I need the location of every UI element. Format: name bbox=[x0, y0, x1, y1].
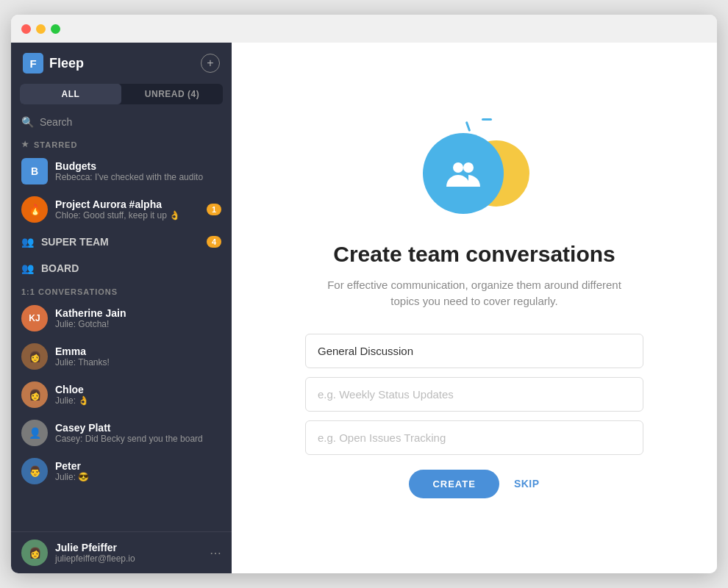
footer-info: Julie Pfeiffer juliepfeiffer@fleep.io bbox=[55, 542, 202, 564]
list-item[interactable]: 👩 Chloe Julie: 👌 bbox=[11, 376, 232, 414]
list-item[interactable]: 👩 Emma Julie: Thanks! bbox=[11, 337, 232, 376]
conversation-name-input-3[interactable] bbox=[305, 420, 643, 455]
conv-content: Katherine Jain Julie: Gotcha! bbox=[55, 307, 221, 329]
conv-preview: Julie: 👌 bbox=[55, 395, 221, 406]
conv-name: Chloe bbox=[55, 384, 221, 395]
unread-badge: 1 bbox=[207, 204, 221, 215]
form-area: CREATE SKIP bbox=[305, 334, 643, 498]
svg-point-0 bbox=[453, 162, 463, 173]
create-button[interactable]: CREATE bbox=[409, 470, 499, 498]
conv-preview: Julie: Gotcha! bbox=[55, 319, 221, 329]
conv-name: Emma bbox=[55, 345, 221, 357]
app-body: F Fleep + ALL UNREAD (4) 🔍 Search ★ STAR… bbox=[11, 43, 717, 573]
list-item[interactable]: 🔥 Project Aurora #alpha Chloe: Good stuf… bbox=[11, 190, 232, 229]
group-name: BOARD bbox=[41, 262, 221, 274]
sidebar-footer[interactable]: 👩 Julie Pfeiffer juliepfeiffer@fleep.io … bbox=[11, 531, 232, 573]
conv-name: Project Aurora #alpha bbox=[55, 198, 199, 210]
tab-row: ALL UNREAD (4) bbox=[20, 84, 223, 104]
avatar: 👩 bbox=[21, 381, 48, 408]
list-item[interactable]: B Budgets Rebecca: I've checked with the… bbox=[11, 152, 232, 190]
conv-content: Project Aurora #alpha Chloe: Good stuff,… bbox=[55, 198, 199, 220]
tab-all[interactable]: ALL bbox=[20, 84, 121, 104]
conv-name: Katherine Jain bbox=[55, 307, 221, 319]
current-user-avatar: 👩 bbox=[21, 539, 48, 566]
group-icon: 👥 bbox=[21, 236, 34, 248]
conv-content: Peter Julie: 😎 bbox=[55, 460, 221, 482]
app-title: Fleep bbox=[49, 56, 84, 71]
spark-line bbox=[465, 121, 471, 131]
page-title: Create team conversations bbox=[333, 242, 615, 267]
group-icon: 👥 bbox=[21, 262, 34, 274]
list-item[interactable]: KJ Katherine Jain Julie: Gotcha! bbox=[11, 299, 232, 337]
app-window: F Fleep + ALL UNREAD (4) 🔍 Search ★ STAR… bbox=[11, 15, 717, 573]
conv-content: Casey Platt Casey: Did Becky send you th… bbox=[55, 422, 221, 444]
minimize-button[interactable] bbox=[36, 24, 46, 34]
avatar: KJ bbox=[21, 305, 48, 331]
conversations-section-label: 1:1 CONVERSATIONS bbox=[11, 282, 232, 299]
skip-button[interactable]: SKIP bbox=[514, 478, 540, 490]
tab-unread[interactable]: UNREAD (4) bbox=[121, 84, 223, 104]
logo-icon: F bbox=[23, 53, 43, 74]
conv-content: Budgets Rebecca: I've checked with the a… bbox=[55, 160, 221, 182]
conv-preview: Rebecca: I've checked with the audito bbox=[55, 172, 221, 182]
conv-content: Emma Julie: Thanks! bbox=[55, 345, 221, 368]
blue-circle bbox=[423, 133, 504, 214]
page-description: For effective communication, organize th… bbox=[327, 277, 621, 310]
button-row: CREATE SKIP bbox=[305, 470, 643, 498]
list-item[interactable]: 👥 SUPER TEAM 4 bbox=[11, 229, 232, 255]
conv-name: Peter bbox=[55, 460, 221, 472]
conv-preview: Chloe: Good stuff, keep it up 👌 bbox=[55, 210, 199, 220]
search-icon: 🔍 bbox=[21, 116, 34, 128]
avatar: 🔥 bbox=[21, 196, 48, 223]
avatar: 👩 bbox=[21, 343, 48, 370]
list-item[interactable]: 👤 Casey Platt Casey: Did Becky send you … bbox=[11, 414, 232, 452]
avatar: 👨 bbox=[21, 458, 48, 484]
main-content: Create team conversations For effective … bbox=[232, 43, 717, 573]
search-row[interactable]: 🔍 Search bbox=[11, 110, 232, 134]
list-item[interactable]: 👥 BOARD bbox=[11, 255, 232, 282]
current-user-email: juliepfeiffer@fleep.io bbox=[55, 553, 202, 564]
maximize-button[interactable] bbox=[51, 24, 60, 34]
conv-preview: Julie: Thanks! bbox=[55, 357, 221, 368]
spark-decoration2 bbox=[482, 118, 492, 121]
current-user-name: Julie Pfeiffer bbox=[55, 542, 202, 553]
star-icon: ★ bbox=[21, 140, 29, 149]
sidebar: F Fleep + ALL UNREAD (4) 🔍 Search ★ STAR… bbox=[11, 43, 232, 573]
starred-section-label: ★ STARRED bbox=[11, 134, 232, 152]
titlebar bbox=[11, 15, 717, 43]
logo-area: F Fleep bbox=[23, 53, 84, 74]
close-button[interactable] bbox=[21, 24, 31, 34]
avatar: 👤 bbox=[21, 420, 48, 446]
people-icon bbox=[445, 159, 482, 188]
unread-badge: 4 bbox=[207, 236, 221, 248]
avatar: B bbox=[21, 158, 48, 184]
svg-point-1 bbox=[463, 162, 474, 173]
illustration bbox=[415, 118, 533, 221]
conversation-name-input-1[interactable] bbox=[305, 334, 643, 368]
add-conversation-button[interactable]: + bbox=[201, 54, 220, 73]
conv-name: Budgets bbox=[55, 160, 221, 172]
list-item[interactable]: 👨 Peter Julie: 😎 bbox=[11, 452, 232, 490]
spark-decoration bbox=[467, 121, 469, 132]
more-options-icon[interactable]: ⋯ bbox=[210, 546, 221, 560]
group-name: SUPER TEAM bbox=[41, 236, 199, 248]
conv-name: Casey Platt bbox=[55, 422, 221, 434]
conv-content: Chloe Julie: 👌 bbox=[55, 384, 221, 406]
search-label: Search bbox=[40, 116, 72, 128]
conversation-name-input-2[interactable] bbox=[305, 377, 643, 412]
sidebar-header: F Fleep + bbox=[11, 43, 232, 84]
conv-preview: Julie: 😎 bbox=[55, 472, 221, 482]
conv-preview: Casey: Did Becky send you the board bbox=[55, 434, 221, 444]
spark-line2 bbox=[482, 118, 492, 121]
traffic-lights bbox=[21, 24, 60, 34]
